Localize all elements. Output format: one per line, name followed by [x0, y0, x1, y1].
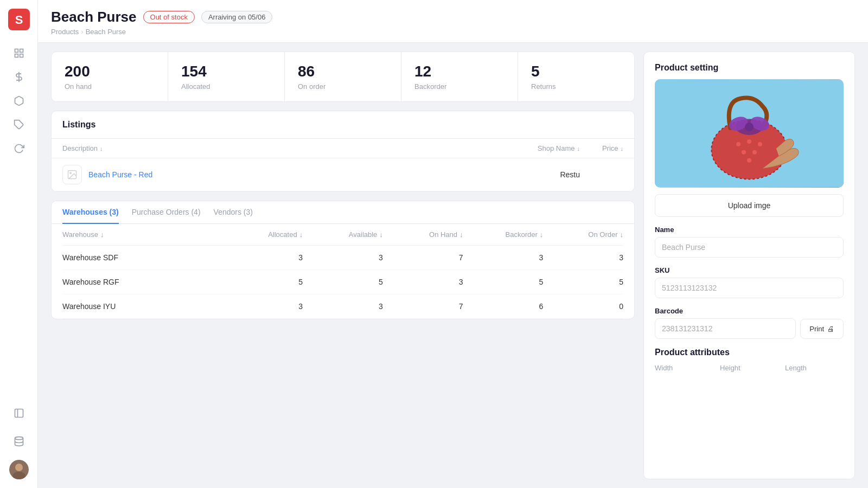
svg-rect-4 — [15, 54, 18, 57]
sort-price-icon: ↓ — [621, 145, 624, 152]
listing-thumbnail — [62, 165, 82, 184]
arriving-badge: Arraiving on 05/06 — [201, 11, 273, 23]
svg-rect-5 — [20, 54, 23, 57]
tag-icon[interactable] — [9, 115, 29, 134]
table-row: Warehouse SDF 3 3 7 3 3 — [62, 246, 623, 270]
wh-col-on-hand[interactable]: On Hand ↓ — [383, 230, 463, 239]
wh-col-on-order[interactable]: On Order ↓ — [543, 230, 623, 239]
wh-backorder-iyu: 6 — [463, 302, 544, 311]
wh-allocated-iyu: 3 — [222, 302, 303, 311]
sort-desc-icon: ↓ — [100, 145, 103, 152]
barcode-field-section: Barcode Print 🖨 — [655, 307, 844, 339]
warehouse-table-header: Warehouse ↓ Allocated ↓ Available ↓ On — [62, 224, 623, 246]
wh-col-allocated[interactable]: Allocated ↓ — [222, 230, 303, 239]
name-input[interactable] — [655, 237, 844, 258]
wh-name-rgf: Warehouse RGF — [62, 278, 222, 286]
listings-card: Listings Description ↓ Shop Name ↓ Price… — [51, 111, 635, 192]
sidebar-collapse-icon[interactable] — [9, 403, 29, 423]
wh-name-sdf: Warehouse SDF — [62, 253, 222, 262]
wh-name-iyu: Warehouse IYU — [62, 302, 222, 311]
svg-text:S: S — [15, 13, 23, 27]
attributes-title: Product attributes — [655, 348, 844, 357]
avatar[interactable] — [9, 460, 29, 479]
barcode-input[interactable] — [655, 318, 796, 339]
stat-backorder: 12 Backorder — [401, 52, 518, 101]
svg-point-28 — [747, 158, 751, 163]
box-icon[interactable] — [9, 91, 29, 111]
stat-allocated: 154 Allocated — [168, 52, 285, 101]
product-setting-title: Product setting — [655, 63, 844, 73]
wh-on-hand-iyu: 7 — [383, 302, 463, 311]
sort-warehouse-icon: ↓ — [100, 230, 104, 239]
wh-allocated-sdf: 3 — [222, 253, 303, 262]
listing-name[interactable]: Beach Purse - Red — [88, 170, 416, 179]
wh-backorder-rgf: 5 — [463, 278, 544, 286]
col-description[interactable]: Description ↓ — [62, 144, 407, 152]
tab-vendors[interactable]: Vendors (3) — [214, 201, 253, 224]
stat-returns: 5 Returns — [518, 52, 634, 101]
database-icon[interactable] — [9, 432, 29, 451]
product-attributes-section: Product attributes Width Height Length — [655, 348, 844, 372]
sku-input[interactable] — [655, 278, 844, 298]
upload-image-button[interactable]: Upload imge — [655, 194, 844, 217]
main-content: Beach Purse Out of stock Arraiving on 05… — [38, 0, 868, 488]
col-price[interactable]: Price ↓ — [580, 144, 623, 152]
wh-col-available[interactable]: Available ↓ — [303, 230, 383, 239]
product-image — [655, 79, 844, 188]
tabs: Warehouses (3) Purchase Orders (4) Vendo… — [52, 201, 634, 224]
sku-label: SKU — [655, 266, 844, 274]
wh-available-rgf: 5 — [303, 278, 383, 286]
sort-on-order-icon: ↓ — [620, 230, 624, 239]
svg-point-12 — [15, 464, 23, 471]
print-button[interactable]: Print 🖨 — [800, 319, 844, 339]
svg-point-10 — [15, 437, 23, 440]
wh-col-warehouse[interactable]: Warehouse ↓ — [62, 230, 222, 239]
tab-warehouses[interactable]: Warehouses (3) — [62, 201, 119, 224]
dollar-icon[interactable] — [9, 67, 29, 87]
svg-rect-8 — [15, 409, 23, 418]
table-row: Warehouse RGF 5 5 3 5 5 — [62, 270, 623, 294]
svg-point-25 — [758, 142, 762, 146]
svg-point-22 — [745, 123, 754, 131]
attr-length: Length — [785, 364, 844, 372]
listings-title: Listings — [52, 111, 634, 139]
wh-available-iyu: 3 — [303, 302, 383, 311]
right-panel: Product setting — [643, 52, 855, 479]
grid-icon[interactable] — [9, 43, 29, 63]
stats-card: 200 On hand 154 Allocated 86 On order 12… — [51, 52, 635, 102]
sidebar: S — [0, 0, 38, 488]
header: Beach Purse Out of stock Arraiving on 05… — [38, 0, 868, 43]
listing-row[interactable]: Beach Purse - Red Restu — [52, 158, 634, 191]
svg-point-23 — [736, 142, 741, 146]
wh-on-order-rgf: 5 — [543, 278, 623, 286]
name-label: Name — [655, 226, 844, 234]
attr-width: Width — [655, 364, 713, 372]
attributes-row: Width Height Length — [655, 364, 844, 372]
content-area: 200 On hand 154 Allocated 86 On order 12… — [38, 43, 868, 488]
name-field-section: Name — [655, 226, 844, 258]
printer-icon: 🖨 — [827, 325, 834, 333]
svg-rect-3 — [20, 49, 23, 53]
barcode-label: Barcode — [655, 307, 844, 315]
logo[interactable]: S — [8, 9, 30, 33]
wh-allocated-rgf: 5 — [222, 278, 303, 286]
sku-field-section: SKU — [655, 266, 844, 298]
wh-on-order-iyu: 0 — [543, 302, 623, 311]
svg-rect-2 — [15, 49, 18, 53]
wh-on-order-sdf: 3 — [543, 253, 623, 262]
status-badge: Out of stock — [143, 11, 195, 23]
breadcrumb-products[interactable]: Products — [51, 28, 79, 36]
barcode-row: Print 🖨 — [655, 318, 844, 339]
listing-shop: Restu — [416, 170, 580, 179]
wh-available-sdf: 3 — [303, 253, 383, 262]
svg-point-15 — [70, 172, 72, 174]
tab-purchase-orders[interactable]: Purchase Orders (4) — [132, 201, 201, 224]
wh-on-hand-rgf: 3 — [383, 278, 463, 286]
svg-point-27 — [752, 150, 757, 155]
col-shop-name[interactable]: Shop Name ↓ — [407, 144, 580, 152]
wh-col-backorder[interactable]: Backorder ↓ — [463, 230, 544, 239]
svg-point-26 — [742, 150, 746, 155]
refresh-icon[interactable] — [9, 139, 29, 158]
stat-on-order: 86 On order — [285, 52, 401, 101]
attr-height: Height — [720, 364, 778, 372]
